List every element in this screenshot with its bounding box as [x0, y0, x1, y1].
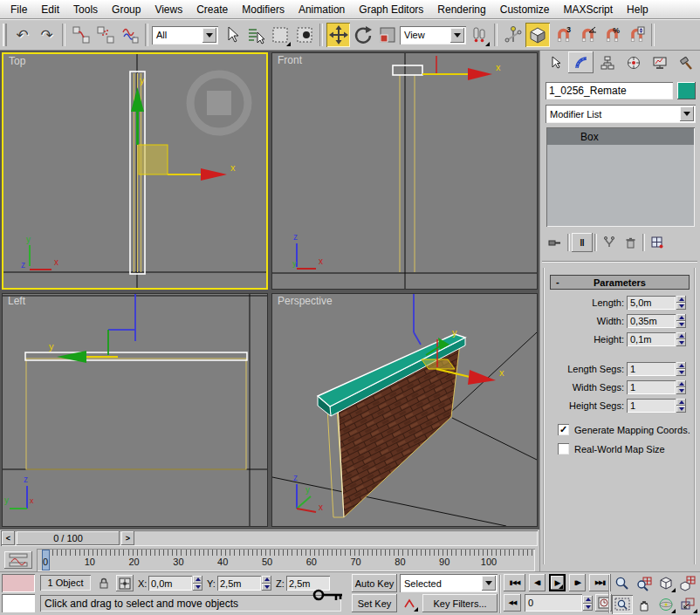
modifier-stack[interactable]: Box	[546, 127, 695, 227]
menu-item-views[interactable]: Views	[148, 1, 189, 18]
zoom-button[interactable]	[612, 574, 633, 593]
menu-item-help[interactable]: Help	[620, 1, 655, 18]
snap-3d-button[interactable]: 3	[551, 23, 574, 47]
zoom-extents-all-button[interactable]	[677, 574, 698, 593]
snaps-toggle-button[interactable]	[525, 23, 550, 47]
time-slider-next-button[interactable]: >	[121, 531, 134, 545]
viewport-top-label[interactable]: Top	[9, 55, 25, 67]
x-coordinate-field[interactable]: 0,0m	[148, 576, 192, 591]
maxscript-mini-listener[interactable]	[2, 594, 35, 612]
pin-stack-button[interactable]	[545, 233, 566, 252]
param-field-width[interactable]: 0,35m	[627, 314, 676, 328]
track-bar-ruler[interactable]: 0102030405060708090100	[37, 549, 535, 571]
object-color-swatch[interactable]	[677, 82, 696, 99]
dropdown-arrow-icon[interactable]	[680, 106, 694, 121]
menu-item-rendering[interactable]: Rendering	[430, 1, 492, 18]
viewport-front-label[interactable]: Front	[278, 54, 302, 66]
undo-button[interactable]: ↶	[10, 23, 34, 47]
y-coordinate-field[interactable]: 2,5m	[217, 576, 261, 591]
zoom-all-button[interactable]	[634, 574, 655, 593]
gizmo-x-arrow[interactable]	[468, 370, 496, 385]
menu-item-tools[interactable]: Tools	[66, 1, 105, 18]
modifier-stack-item-box[interactable]: Box	[547, 128, 694, 145]
arc-rotate-button[interactable]	[655, 595, 676, 614]
toolbar-drag-handle[interactable]	[3, 24, 7, 46]
collapse-icon[interactable]: -	[556, 277, 559, 287]
select-and-link-button[interactable]	[69, 23, 93, 47]
tab-modify[interactable]	[568, 51, 594, 73]
viewport-left-label[interactable]: Left	[8, 295, 25, 307]
select-and-move-button[interactable]	[326, 23, 350, 47]
param-spinner-height-segs[interactable]	[676, 399, 686, 413]
menu-item-graph-editors[interactable]: Graph Editors	[352, 1, 430, 18]
param-field-length-segs[interactable]: 1	[627, 362, 676, 376]
dropdown-arrow-icon[interactable]	[482, 576, 496, 591]
menu-item-group[interactable]: Group	[105, 1, 148, 18]
zoom-region-button[interactable]	[612, 595, 633, 614]
menu-item-animation[interactable]: Animation	[292, 1, 352, 18]
select-and-rotate-button[interactable]	[351, 23, 374, 47]
select-and-scale-button[interactable]	[375, 23, 399, 47]
x-coordinate-spinner[interactable]	[193, 576, 202, 591]
use-pivot-point-center-button[interactable]	[467, 23, 491, 47]
menu-item-edit[interactable]: Edit	[34, 1, 66, 18]
previous-frame-button[interactable]: ◀▮	[529, 574, 546, 591]
param-spinner-height[interactable]	[676, 332, 686, 346]
menu-item-maxscript[interactable]: MAXScript	[556, 1, 620, 18]
remove-modifier-button[interactable]	[620, 233, 641, 252]
menu-item-file[interactable]: File	[3, 1, 34, 18]
go-to-start-button[interactable]: ▮◀◀	[504, 574, 525, 591]
key-mode-dropdown[interactable]: Selected	[400, 574, 498, 592]
spinner-snap-button[interactable]	[624, 23, 648, 47]
gizmo-y-arrow[interactable]	[131, 87, 144, 112]
select-object-button[interactable]	[219, 23, 243, 47]
select-by-name-button[interactable]	[244, 23, 267, 47]
tab-create[interactable]	[542, 51, 567, 73]
redo-button[interactable]: ↷	[35, 23, 58, 47]
tab-hierarchy[interactable]	[594, 51, 620, 73]
param-spinner-width[interactable]	[676, 314, 686, 328]
angle-snap-button[interactable]	[575, 23, 599, 47]
gizmo-x-arrow[interactable]	[201, 168, 227, 181]
param-field-width-segs[interactable]: 1	[627, 380, 676, 394]
selected-box-outline[interactable]	[25, 352, 247, 360]
checkbox-generate-mapping-coords[interactable]: ✓	[558, 424, 569, 435]
next-frame-button[interactable]: ▮▶	[569, 574, 586, 591]
window-crossing-button[interactable]	[292, 23, 316, 47]
percent-snap-button[interactable]: %	[600, 23, 623, 47]
current-frame-field[interactable]: 0	[525, 594, 582, 612]
reference-coordinate-system-dropdown[interactable]: View	[400, 26, 466, 44]
min-max-toggle-button[interactable]	[677, 595, 698, 614]
selection-filter-dropdown[interactable]: All	[152, 26, 218, 44]
auto-key-button[interactable]: Auto Key	[352, 574, 397, 592]
maxscript-mini-listener-macro[interactable]	[2, 574, 35, 592]
previous-key-button[interactable]: ◀◀	[504, 594, 521, 612]
tab-utilities[interactable]	[673, 51, 698, 73]
set-key-button[interactable]: Set Key	[352, 594, 397, 612]
parameters-rollout-header[interactable]: - Parameters	[550, 275, 690, 290]
param-spinner-length-segs[interactable]	[676, 362, 686, 376]
dropdown-arrow-icon[interactable]	[202, 28, 216, 43]
param-spinner-length[interactable]	[676, 296, 686, 310]
param-field-height-segs[interactable]: 1	[627, 399, 676, 413]
move-gizmo[interactable]: x	[422, 56, 501, 80]
make-unique-button[interactable]	[599, 233, 620, 252]
gizmo-x-arrow[interactable]	[468, 68, 492, 80]
play-button[interactable]: ▶	[549, 574, 566, 591]
viewport-top[interactable]: Top y x	[2, 52, 268, 290]
viewport-left[interactable]: Left y z y	[2, 293, 268, 527]
rectangular-selection-region-button[interactable]	[268, 23, 292, 47]
show-end-result-button[interactable]: ‖	[572, 233, 593, 252]
default-tangents-button[interactable]	[400, 594, 419, 612]
param-spinner-width-segs[interactable]	[676, 380, 686, 394]
param-field-height[interactable]: 0,1m	[627, 332, 676, 346]
y-coordinate-spinner[interactable]	[262, 576, 271, 591]
menu-item-modifiers[interactable]: Modifiers	[235, 1, 292, 18]
viewport-perspective-canvas[interactable]: x y z y x	[272, 294, 537, 526]
time-slider-prev-button[interactable]: <	[2, 531, 15, 545]
object-name-field[interactable]: 1_0256_Remate	[546, 82, 673, 99]
key-filters-button[interactable]: Key Filters...	[422, 594, 498, 612]
set-keys-button[interactable]	[311, 577, 347, 612]
select-and-manipulate-button[interactable]	[501, 23, 525, 47]
menu-item-create[interactable]: Create	[189, 1, 235, 18]
